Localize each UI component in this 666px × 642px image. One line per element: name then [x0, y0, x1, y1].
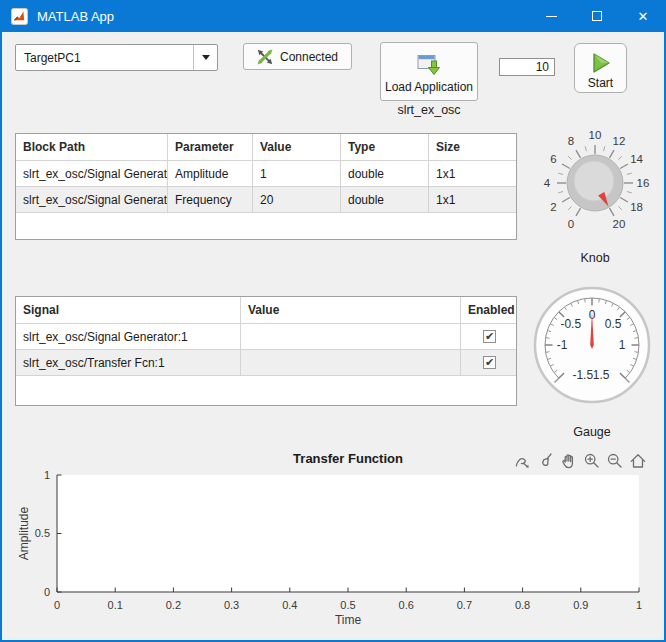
- svg-text:0.3: 0.3: [224, 599, 239, 611]
- maximize-icon: [592, 11, 602, 21]
- column-header: Parameter: [168, 134, 253, 161]
- table-row[interactable]: slrt_ex_osc/Signal Generator:1✔: [16, 324, 516, 350]
- svg-text:20: 20: [613, 218, 626, 230]
- svg-text:1: 1: [636, 599, 642, 611]
- svg-text:0.2: 0.2: [166, 599, 181, 611]
- column-header: Size: [429, 134, 517, 161]
- svg-text:1.5: 1.5: [593, 368, 610, 382]
- matlab-logo-icon: [11, 8, 28, 25]
- svg-text:12: 12: [613, 135, 626, 147]
- svg-text:0.4: 0.4: [282, 599, 297, 611]
- maximize-button[interactable]: [574, 0, 620, 32]
- table-row[interactable]: slrt_ex_osc/Transfer Fcn:1✔: [16, 350, 516, 376]
- svg-text:4: 4: [544, 177, 551, 189]
- table-cell[interactable]: 1x1: [429, 161, 517, 187]
- svg-text:0.5: 0.5: [605, 317, 622, 331]
- connect-icon: [257, 49, 273, 65]
- table-cell[interactable]: [241, 324, 461, 350]
- parameter-table[interactable]: Block PathParameterValueTypeSizeslrt_ex_…: [15, 133, 517, 240]
- table-cell: ✔: [461, 324, 517, 350]
- table-header-row: SignalValueEnabled: [16, 297, 516, 324]
- output-gauge: -1.5-1-0.500.511.5: [532, 285, 652, 405]
- svg-text:0.9: 0.9: [573, 599, 588, 611]
- svg-text:18: 18: [630, 201, 643, 213]
- svg-text:0.6: 0.6: [399, 599, 414, 611]
- start-button[interactable]: Start: [574, 43, 627, 93]
- svg-text:0.1: 0.1: [108, 599, 123, 611]
- load-app-icon: [416, 54, 442, 77]
- knob-label: Knob: [533, 251, 657, 265]
- table-cell[interactable]: slrt_ex_osc/Transfer Fcn:1: [16, 350, 241, 376]
- play-icon: [589, 51, 613, 75]
- load-application-button[interactable]: Load Application: [380, 42, 478, 101]
- loaded-app-name-label: slrt_ex_osc: [380, 103, 478, 117]
- stop-time-input[interactable]: [499, 58, 555, 76]
- table-cell[interactable]: slrt_ex_osc/Signal Generator: [16, 187, 168, 213]
- connect-button-label: Connected: [280, 50, 338, 64]
- minimize-button[interactable]: [528, 0, 574, 32]
- svg-text:10: 10: [589, 129, 602, 141]
- column-header: Type: [341, 134, 429, 161]
- pan-icon[interactable]: [560, 452, 578, 470]
- svg-text:0: 0: [568, 218, 574, 230]
- axes-toolbar: [514, 452, 647, 470]
- svg-text:Amplitude: Amplitude: [17, 507, 31, 561]
- svg-text:6: 6: [550, 153, 556, 165]
- svg-text:0: 0: [54, 599, 60, 611]
- svg-text:0.5: 0.5: [35, 527, 50, 539]
- table-cell[interactable]: Frequency: [168, 187, 253, 213]
- target-dropdown[interactable]: TargetPC1: [15, 44, 218, 71]
- table-cell[interactable]: [241, 350, 461, 376]
- close-button[interactable]: ✕: [620, 0, 666, 32]
- svg-text:0.5: 0.5: [340, 599, 355, 611]
- table-cell[interactable]: double: [341, 187, 429, 213]
- table-cell[interactable]: 20: [253, 187, 341, 213]
- matlab-app-window: MATLAB App ✕ TargetPC1 Connected Load Ap…: [0, 0, 666, 642]
- svg-text:1: 1: [619, 338, 626, 352]
- svg-text:-0.5: -0.5: [560, 317, 581, 331]
- window-title: MATLAB App: [37, 9, 528, 24]
- table-cell[interactable]: double: [341, 161, 429, 187]
- table-cell[interactable]: 1x1: [429, 187, 517, 213]
- column-header: Enabled: [461, 297, 517, 324]
- table-row[interactable]: slrt_ex_osc/Signal GeneratorAmplitude1do…: [16, 161, 516, 187]
- enabled-checkbox[interactable]: ✔: [483, 356, 496, 369]
- target-dropdown-arrow-button[interactable]: [193, 45, 217, 70]
- connect-button[interactable]: Connected: [243, 43, 352, 70]
- table-cell[interactable]: Amplitude: [168, 161, 253, 187]
- chevron-down-icon: [202, 55, 210, 64]
- zoom-out-icon[interactable]: [606, 452, 624, 470]
- column-header: Block Path: [16, 134, 168, 161]
- svg-text:0.7: 0.7: [457, 599, 472, 611]
- svg-text:0: 0: [44, 586, 50, 598]
- svg-text:14: 14: [630, 153, 643, 165]
- title-bar: MATLAB App ✕: [0, 0, 666, 32]
- svg-text:-1.5: -1.5: [572, 368, 593, 382]
- zoom-in-icon[interactable]: [583, 452, 601, 470]
- load-button-label: Load Application: [385, 80, 473, 94]
- svg-text:16: 16: [637, 177, 650, 189]
- table-row[interactable]: slrt_ex_osc/Signal GeneratorFrequency20d…: [16, 187, 516, 213]
- svg-text:8: 8: [568, 135, 574, 147]
- table-cell[interactable]: 1: [253, 161, 341, 187]
- brush-icon[interactable]: [537, 452, 555, 470]
- close-icon: ✕: [638, 10, 649, 23]
- signal-table[interactable]: SignalValueEnabledslrt_ex_osc/Signal Gen…: [15, 296, 517, 406]
- home-icon[interactable]: [629, 452, 647, 470]
- svg-text:Time: Time: [335, 613, 362, 627]
- enabled-checkbox[interactable]: ✔: [483, 330, 496, 343]
- svg-text:1: 1: [44, 469, 50, 481]
- table-cell[interactable]: slrt_ex_osc/Signal Generator: [16, 161, 168, 187]
- transfer-function-axes[interactable]: 00.10.20.30.40.50.60.70.80.9100.51TimeAm…: [0, 465, 666, 637]
- frequency-knob[interactable]: 02468101214161820: [533, 121, 657, 245]
- table-cell: ✔: [461, 350, 517, 376]
- column-header: Signal: [16, 297, 241, 324]
- column-header: Value: [253, 134, 341, 161]
- column-header: Value: [241, 297, 461, 324]
- table-header-row: Block PathParameterValueTypeSize: [16, 134, 516, 161]
- export-icon[interactable]: [514, 452, 532, 470]
- minimize-icon: [546, 16, 557, 17]
- gauge-label: Gauge: [532, 425, 652, 439]
- svg-text:0.8: 0.8: [515, 599, 530, 611]
- table-cell[interactable]: slrt_ex_osc/Signal Generator:1: [16, 324, 241, 350]
